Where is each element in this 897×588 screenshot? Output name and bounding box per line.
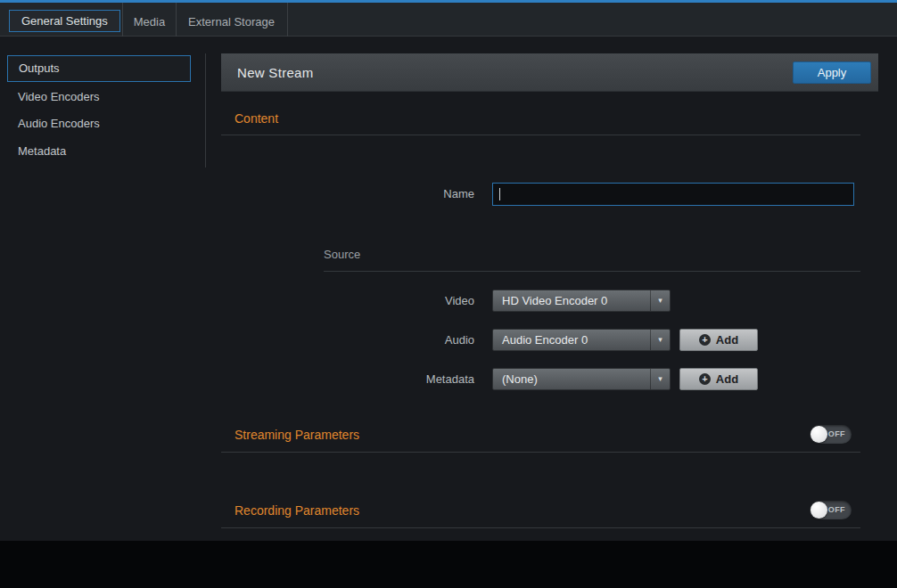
app-window: General Settings Media External Storage … <box>0 0 897 588</box>
chevron-down-icon: ▾ <box>658 296 662 305</box>
caret-box: ▾ <box>650 290 670 311</box>
metadata-source-value: (None) <box>502 369 538 389</box>
tab-media[interactable]: Media <box>123 5 176 39</box>
tab-bar: General Settings Media External Storage <box>0 3 897 37</box>
toggle-state-label: OFF <box>828 425 845 444</box>
recording-parameters-heading: Recording Parameters <box>235 502 359 519</box>
text-cursor <box>499 188 500 200</box>
video-source-value: HD Video Encoder 0 <box>502 290 607 311</box>
audio-source-value: Audio Encoder 0 <box>502 330 588 350</box>
toggle-knob <box>811 426 827 443</box>
tab-external-storage[interactable]: External Storage <box>176 5 287 39</box>
metadata-label: Metadata <box>376 368 474 390</box>
tab-general-settings[interactable]: General Settings <box>9 10 120 32</box>
apply-button[interactable]: Apply <box>793 61 871 84</box>
sidebar-divider <box>205 53 206 167</box>
streaming-section-divider <box>221 452 860 453</box>
footer-bar <box>0 541 897 588</box>
recording-section-divider <box>221 527 860 528</box>
recording-parameters-toggle[interactable]: OFF <box>810 501 852 519</box>
chevron-down-icon: ▾ <box>658 335 662 344</box>
sidebar-item-audio-encoders[interactable]: Audio Encoders <box>18 112 178 135</box>
tab-separator <box>122 3 123 37</box>
name-label: Name <box>376 183 474 206</box>
tab-separator <box>287 3 288 37</box>
plus-icon: + <box>699 334 711 346</box>
page-header: New Stream Apply <box>221 53 878 92</box>
page-title: New Stream <box>237 53 314 92</box>
toggle-state-label: OFF <box>828 501 845 519</box>
video-source-select[interactable]: HD Video Encoder 0 ▾ <box>492 290 671 312</box>
plus-icon: + <box>699 373 711 385</box>
source-group-divider <box>324 271 860 272</box>
streaming-parameters-heading: Streaming Parameters <box>235 426 359 444</box>
add-button-label: Add <box>716 333 738 347</box>
sidebar-item-video-encoders[interactable]: Video Encoders <box>18 86 178 109</box>
streaming-parameters-toggle[interactable]: OFF <box>810 425 852 444</box>
caret-box: ▾ <box>650 369 670 389</box>
content-section-divider <box>221 135 860 135</box>
source-group-label: Source <box>324 248 360 261</box>
add-button-label: Add <box>716 372 738 386</box>
name-input[interactable] <box>492 183 854 206</box>
video-label: Video <box>376 290 474 312</box>
add-audio-button[interactable]: + Add <box>679 329 758 351</box>
tab-separator <box>176 3 177 37</box>
toggle-knob <box>811 502 827 519</box>
audio-label: Audio <box>376 329 474 351</box>
add-metadata-button[interactable]: + Add <box>679 368 758 390</box>
chevron-down-icon: ▾ <box>658 374 662 383</box>
sidebar-item-outputs[interactable]: Outputs <box>7 55 191 82</box>
audio-source-select[interactable]: Audio Encoder 0 ▾ <box>492 329 671 351</box>
metadata-source-select[interactable]: (None) ▾ <box>492 368 671 390</box>
sidebar-item-metadata[interactable]: Metadata <box>18 140 178 163</box>
caret-box: ▾ <box>650 330 670 350</box>
content-section-heading: Content <box>235 110 278 127</box>
